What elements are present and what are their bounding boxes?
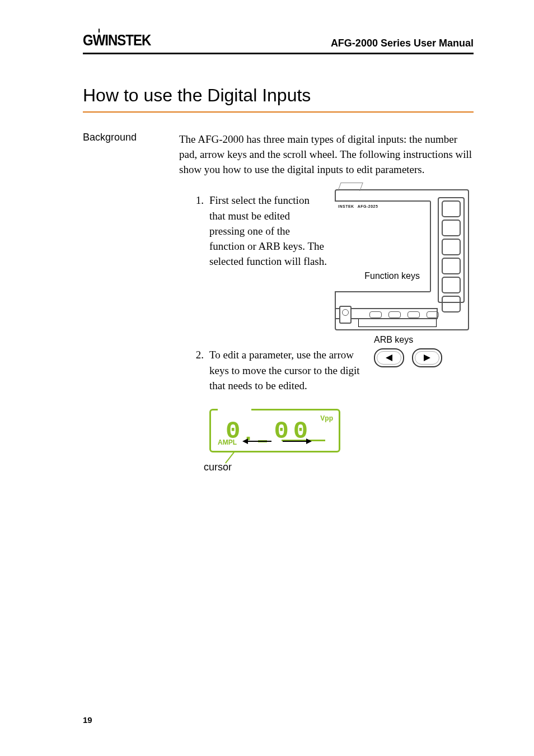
step-1-text: First select the function that must be e… [209, 193, 335, 269]
lcd-row-label: AMPL [218, 438, 237, 447]
arb-keys-label: ARB keys [374, 334, 413, 347]
cursor-illustration: 0.00 Vpp AMPL cursor [204, 409, 344, 476]
left-arrow-key-icon [374, 348, 404, 367]
arb-key-icon [427, 311, 439, 318]
brand-logo: GWINSTEK [83, 31, 151, 49]
function-key-icon [442, 258, 461, 274]
function-key-icon [442, 277, 461, 293]
right-arrow-key-icon [412, 348, 442, 367]
step-1-number: 1. [179, 193, 209, 208]
function-key-icon [442, 296, 461, 312]
intro-paragraph: The AFG-2000 has three main types of dig… [179, 132, 474, 177]
arb-key-icon [407, 311, 420, 318]
device-brand: INSTEK [338, 204, 354, 209]
device-model: AFG-2025 [358, 204, 378, 209]
step-2-number: 2. [179, 347, 209, 362]
move-right-arrow-icon [283, 441, 311, 442]
move-left-arrow-icon [243, 441, 271, 442]
row-label-background: Background [83, 132, 179, 476]
section-rule [83, 111, 474, 113]
function-key-icon [442, 200, 461, 217]
lcd-unit: Vpp [320, 414, 333, 423]
device-illustration: INSTEK AFG-2025 Function keys [335, 189, 469, 330]
header-rule [83, 53, 474, 54]
function-key-icon [442, 239, 461, 255]
section-title: How to use the Digital Inputs [83, 85, 474, 106]
page-number: 19 [83, 715, 92, 725]
function-keys-label: Function keys [363, 270, 421, 283]
manual-title: AFG-2000 Series User Manual [331, 38, 474, 49]
step-2-text: To edit a parameter, use the arrow keys … [209, 347, 374, 393]
cursor-callout: cursor [204, 460, 232, 475]
arb-key-icon [369, 311, 382, 318]
arb-key-icon [388, 311, 401, 318]
function-key-icon [442, 220, 461, 236]
